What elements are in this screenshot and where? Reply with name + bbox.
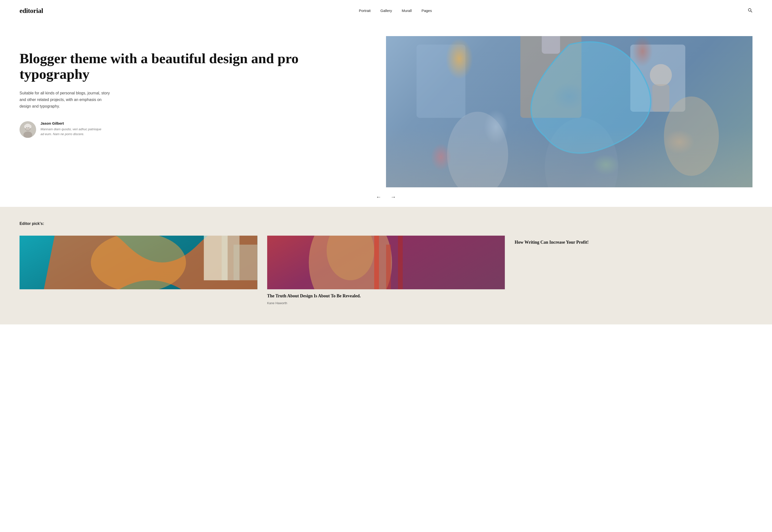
avatar-image xyxy=(20,121,36,138)
hero-author: Jason Gilbert Mannam diam quodsi, veri a… xyxy=(20,121,371,138)
nav-item-pages[interactable]: Pages xyxy=(421,9,432,13)
hero-section: Blogger theme with a beautiful design an… xyxy=(0,21,772,187)
svg-point-22 xyxy=(664,96,719,176)
svg-point-9 xyxy=(27,128,27,128)
pick-3-text: How Writing Can Increase Your Profit! xyxy=(515,236,752,245)
author-name: Jason Gilbert xyxy=(41,121,104,125)
hero-artwork xyxy=(386,36,752,187)
author-info: Jason Gilbert Mannam diam quodsi, veri a… xyxy=(41,121,104,136)
svg-rect-42 xyxy=(398,236,403,289)
nav-link-portrait[interactable]: Portrait xyxy=(359,9,371,13)
nav-item-portrait[interactable]: Portrait xyxy=(359,9,371,13)
svg-line-1 xyxy=(751,11,752,12)
nav-item-murall[interactable]: Murall xyxy=(402,9,412,13)
editor-picks-section: Editor pick's: xyxy=(0,207,772,324)
nav-item-gallery[interactable]: Gallery xyxy=(380,9,392,13)
svg-rect-12 xyxy=(386,36,752,187)
pick-2-author: Kane Haworth xyxy=(267,301,505,305)
svg-rect-18 xyxy=(520,36,581,118)
pick-card-1[interactable] xyxy=(20,236,257,289)
picks-grid: The Truth About Design Is About To Be Re… xyxy=(20,236,752,305)
svg-point-28 xyxy=(650,64,672,86)
pick-3-title: How Writing Can Increase Your Profit! xyxy=(515,240,752,245)
svg-point-21 xyxy=(545,118,618,187)
search-button[interactable] xyxy=(748,8,752,14)
nav-links: Portrait Gallery Murall Pages xyxy=(359,9,432,13)
pick-2-artwork xyxy=(267,236,505,289)
pick-image-1 xyxy=(20,236,257,289)
svg-rect-27 xyxy=(542,36,560,54)
svg-rect-17 xyxy=(416,45,465,118)
hero-image-container xyxy=(386,36,752,187)
nav-link-pages[interactable]: Pages xyxy=(421,9,432,13)
svg-point-8 xyxy=(29,125,31,128)
main-nav: editorial Portrait Gallery Murall Pages xyxy=(0,0,772,21)
svg-rect-35 xyxy=(234,245,257,280)
nav-link-murall[interactable]: Murall xyxy=(402,9,412,13)
prev-arrow-icon: ← xyxy=(376,194,381,200)
svg-point-7 xyxy=(24,125,27,128)
hero-image xyxy=(386,36,752,187)
svg-rect-29 xyxy=(652,84,669,112)
svg-point-20 xyxy=(447,112,508,187)
author-bio: Mannam diam quodsi, veri adhuc patrioque… xyxy=(41,127,104,136)
hero-image-area xyxy=(386,36,752,187)
svg-rect-11 xyxy=(386,36,752,187)
next-arrow-icon: → xyxy=(391,194,396,200)
svg-rect-40 xyxy=(374,236,379,289)
pick-card-3[interactable]: How Writing Can Increase Your Profit! xyxy=(515,236,752,248)
svg-rect-19 xyxy=(630,45,685,112)
site-logo[interactable]: editorial xyxy=(20,7,43,15)
author-avatar xyxy=(20,121,36,138)
svg-rect-41 xyxy=(386,245,391,289)
pick-1-artwork xyxy=(20,236,257,289)
pick-image-2 xyxy=(267,236,505,289)
svg-point-10 xyxy=(29,128,29,128)
next-button[interactable]: → xyxy=(388,192,398,202)
hero-content: Blogger theme with a beautiful design an… xyxy=(20,36,386,138)
editor-picks-title: Editor pick's: xyxy=(20,221,752,226)
hero-title: Blogger theme with a beautiful design an… xyxy=(20,51,371,82)
nav-link-gallery[interactable]: Gallery xyxy=(380,9,392,13)
hero-subtitle: Suitable for all kinds of personal blogs… xyxy=(20,90,112,110)
carousel-arrows: ← → xyxy=(0,187,772,207)
search-icon xyxy=(748,8,752,13)
pick-2-text: The Truth About Design Is About To Be Re… xyxy=(267,289,505,305)
prev-button[interactable]: ← xyxy=(374,192,384,202)
svg-point-32 xyxy=(91,236,186,289)
pick-2-title: The Truth About Design Is About To Be Re… xyxy=(267,293,505,299)
pick-card-2[interactable]: The Truth About Design Is About To Be Re… xyxy=(267,236,505,305)
